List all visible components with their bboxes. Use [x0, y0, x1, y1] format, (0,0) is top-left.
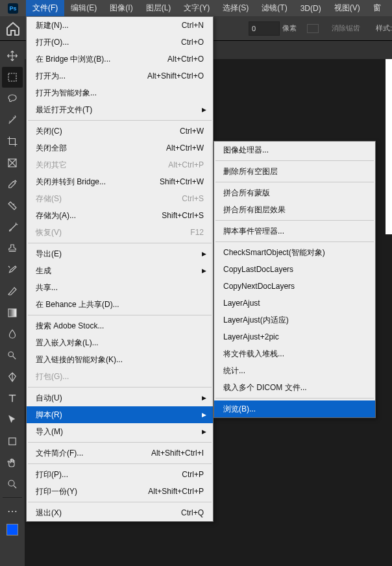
menu-layer[interactable]: 图层(L)	[140, 0, 178, 16]
menu-item-label: 打开为...	[36, 71, 147, 82]
file-menu-item[interactable]: 打印一份(Y)Alt+Shift+Ctrl+P	[27, 483, 213, 500]
submenu-item-label: LayerAjust	[223, 299, 260, 308]
file-menu-item[interactable]: 退出(X)Ctrl+Q	[27, 504, 213, 521]
color-swatches[interactable]	[0, 524, 25, 535]
submenu-item[interactable]: CopyLastDocLayers	[214, 261, 375, 278]
file-menu-item[interactable]: 导出(E)▶	[27, 245, 213, 262]
tool-brush[interactable]	[2, 217, 23, 238]
file-menu-item[interactable]: 关闭(C)Ctrl+W	[27, 123, 213, 140]
menu-item-shortcut: Ctrl+W	[180, 127, 204, 136]
file-menu-item[interactable]: 在 Bridge 中浏览(B)...Alt+Ctrl+O	[27, 51, 213, 68]
file-menu-item[interactable]: 最近打开文件(T)▶	[27, 101, 213, 118]
submenu-item[interactable]: 载入多个 DICOM 文件...	[214, 379, 375, 396]
menu-item-shortcut: Alt+Shift+Ctrl+O	[147, 71, 204, 80]
file-menu-item[interactable]: 打开为智能对象...	[27, 84, 213, 101]
menu-image[interactable]: 图像(I)	[103, 0, 139, 16]
menu-window[interactable]: 窗	[367, 0, 387, 16]
menu-item-shortcut: Alt+Ctrl+W	[166, 143, 204, 153]
file-menu-item[interactable]: 共享...	[27, 279, 213, 296]
file-menu-item[interactable]: 置入链接的智能对象(K)...	[27, 351, 213, 368]
tool-pen[interactable]	[2, 367, 23, 388]
file-menu-item[interactable]: 新建(N)...Ctrl+N	[27, 17, 213, 34]
tool-marquee[interactable]	[2, 67, 23, 88]
submenu-item[interactable]: LayerAjust	[214, 295, 375, 312]
tool-lasso[interactable]	[2, 88, 23, 109]
option-value-input[interactable]: 0	[249, 21, 280, 36]
menu-file[interactable]: 文件(F)	[26, 0, 64, 16]
tool-zoom[interactable]	[2, 474, 23, 495]
scripts-submenu: 图像处理器...删除所有空图层拼合所有蒙版拼合所有图层效果脚本事件管理器...C…	[214, 141, 376, 418]
document-canvas[interactable]	[386, 59, 392, 234]
menu-select[interactable]: 选择(S)	[216, 0, 255, 16]
tool-stamp[interactable]	[2, 238, 23, 259]
tool-crop[interactable]	[2, 131, 23, 152]
home-icon[interactable]	[5, 21, 21, 36]
submenu-item[interactable]: 脚本事件管理器...	[214, 223, 375, 240]
menu-item-label: 在 Bridge 中浏览(B)...	[36, 54, 167, 65]
tool-blur[interactable]	[2, 324, 23, 345]
checkbox-icon[interactable]	[307, 24, 319, 33]
submenu-item[interactable]: CopyNextDocLayers	[214, 278, 375, 295]
tool-wand[interactable]	[2, 110, 23, 130]
submenu-item[interactable]: 删除所有空图层	[214, 163, 375, 180]
file-menu-item: 存储(S)Ctrl+S	[27, 190, 213, 207]
tool-heal[interactable]	[2, 195, 23, 216]
menu-view[interactable]: 视图(V)	[328, 0, 367, 16]
submenu-item[interactable]: 拼合所有蒙版	[214, 184, 375, 201]
file-menu-item[interactable]: 关闭并转到 Bridge...Shift+Ctrl+W	[27, 173, 213, 190]
submenu-item[interactable]: 统计...	[214, 362, 375, 379]
file-menu-item[interactable]: 生成▶	[27, 262, 213, 279]
tool-history-brush[interactable]	[2, 260, 23, 280]
file-menu-item[interactable]: 存储为(A)...Shift+Ctrl+S	[27, 207, 213, 224]
menu-item-label: 打印(P)...	[36, 469, 182, 480]
menu-item-label: 搜索 Adobe Stock...	[36, 321, 204, 332]
tool-frame[interactable]	[2, 153, 23, 173]
submenu-item[interactable]: 图像处理器...	[214, 142, 375, 158]
menu-edit[interactable]: 编辑(E)	[64, 0, 103, 16]
tool-dodge[interactable]	[2, 345, 23, 366]
file-menu-dropdown: 新建(N)...Ctrl+N打开(O)...Ctrl+O在 Bridge 中浏览…	[26, 16, 214, 522]
file-menu-item[interactable]: 文件简介(F)...Alt+Shift+Ctrl+I	[27, 445, 213, 461]
menu-filter[interactable]: 滤镜(T)	[255, 0, 293, 16]
file-menu-item[interactable]: 脚本(R)▶	[27, 406, 213, 423]
submenu-item[interactable]: 浏览(B)...	[214, 400, 375, 417]
tool-more[interactable]: ⋯	[2, 500, 23, 521]
menu-item-shortcut: Ctrl+N	[182, 21, 204, 30]
fg-color[interactable]	[6, 524, 18, 535]
tool-hand[interactable]	[2, 452, 23, 473]
file-menu-item: 恢复(V)F12	[27, 224, 213, 241]
submenu-item[interactable]: 将文件载入堆栈...	[214, 345, 375, 362]
submenu-arrow-icon: ▶	[202, 428, 206, 435]
submenu-item[interactable]: LayerAjust(内适应)	[214, 312, 375, 328]
file-menu-item[interactable]: 关闭全部Alt+Ctrl+W	[27, 140, 213, 156]
submenu-item-label: 浏览(B)...	[223, 404, 256, 415]
menu-item-label: 打开为智能对象...	[36, 88, 204, 99]
file-menu-item: 打包(G)...	[27, 368, 213, 385]
tool-eraser[interactable]	[2, 281, 23, 302]
file-menu-item[interactable]: 自动(U)▶	[27, 389, 213, 406]
tool-type[interactable]	[2, 388, 23, 409]
file-menu-item[interactable]: 打印(P)...Ctrl+P	[27, 466, 213, 483]
file-menu-item[interactable]: 打开为...Alt+Shift+Ctrl+O	[27, 68, 213, 84]
app-logo: Ps	[0, 3, 26, 14]
svg-point-5	[8, 480, 14, 486]
menu-3d[interactable]: 3D(D)	[294, 0, 328, 16]
svg-point-3	[8, 352, 14, 357]
tool-path[interactable]	[2, 410, 23, 430]
submenu-item[interactable]: LayerAjust+2pic	[214, 328, 375, 345]
tool-eyedropper[interactable]	[2, 174, 23, 195]
menu-item-label: 置入嵌入对象(L)...	[36, 338, 204, 349]
menu-type[interactable]: 文字(Y)	[177, 0, 216, 16]
file-menu-item[interactable]: 导入(M)▶	[27, 423, 213, 440]
tool-move[interactable]	[2, 45, 23, 66]
submenu-item[interactable]: 拼合所有图层效果	[214, 201, 375, 218]
submenu-item[interactable]: CheckSmartObject(智能对象)	[214, 244, 375, 261]
tool-rect[interactable]	[2, 431, 23, 452]
file-menu-item[interactable]: 打开(O)...Ctrl+O	[27, 34, 213, 51]
file-menu-item[interactable]: 在 Behance 上共享(D)...	[27, 296, 213, 313]
file-menu-item[interactable]: 置入嵌入对象(L)...	[27, 334, 213, 351]
file-menu-item[interactable]: 搜索 Adobe Stock...	[27, 317, 213, 334]
tool-gradient[interactable]	[2, 302, 23, 323]
submenu-item-label: 图像处理器...	[223, 145, 269, 156]
menu-item-label: 关闭并转到 Bridge...	[36, 177, 160, 188]
